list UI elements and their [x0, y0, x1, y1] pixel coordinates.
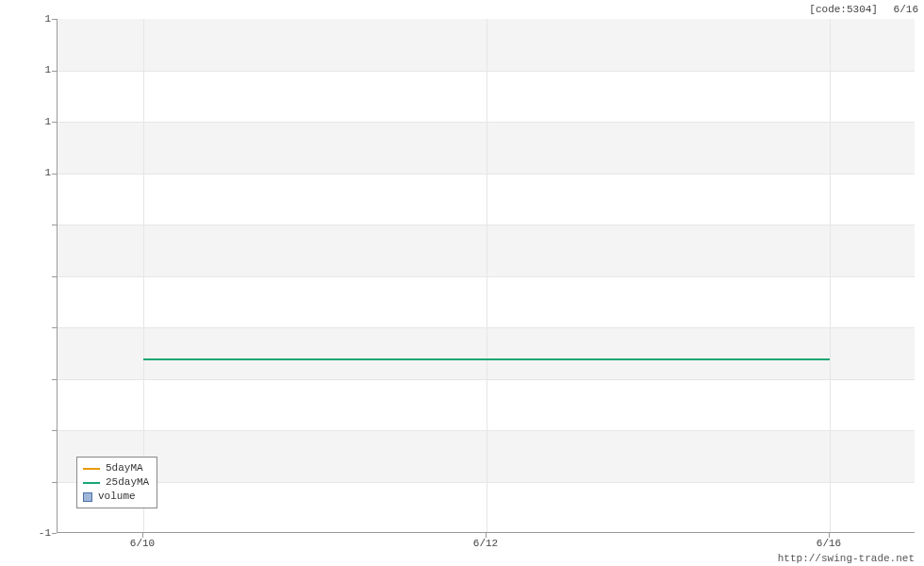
y-tick-mark: [52, 71, 57, 72]
legend-label: 25dayMA: [106, 475, 149, 490]
x-tick-label: 6/12: [473, 538, 498, 549]
y-tick-label: 1: [4, 13, 51, 25]
line-25dayma: [143, 358, 830, 360]
y-tick-mark: [52, 122, 57, 123]
legend-swatch-line-icon: [83, 468, 100, 470]
x-tick-mark: [142, 533, 143, 538]
y-tick-mark: [52, 482, 57, 483]
y-tick-mark: [52, 430, 57, 431]
y-tick-mark: [52, 276, 57, 277]
y-tick-label: 1: [4, 167, 51, 178]
y-tick-label: 1: [4, 116, 51, 127]
grid-line: [143, 19, 144, 532]
footer-url: http://swing-trade.net: [778, 553, 915, 564]
y-tick-mark: [52, 327, 57, 328]
grid-line: [830, 19, 831, 532]
y-tick-mark: [52, 533, 57, 534]
x-tick-mark: [486, 533, 487, 538]
legend-label: volume: [98, 490, 136, 504]
x-tick-label: 6/10: [130, 538, 155, 549]
y-tick-mark: [52, 19, 57, 20]
y-tick-mark: [52, 225, 57, 225]
grid-line: [487, 19, 487, 532]
chart-container: [code:5304] 6/16 5dayMA: [0, 0, 924, 566]
legend: 5dayMA 25dayMA volume: [76, 457, 157, 508]
x-tick-label: 6/16: [817, 538, 841, 549]
header-date: 6/16: [894, 4, 918, 15]
code-label: [code:5304]: [809, 4, 878, 15]
y-tick-mark: [52, 379, 57, 380]
y-tick-mark: [52, 174, 57, 175]
y-tick-label: 1: [4, 64, 51, 75]
legend-swatch-box-icon: [83, 492, 92, 502]
header-meta: [code:5304] 6/16: [800, 4, 918, 15]
y-tick-label: -1: [4, 527, 51, 539]
legend-item-25dayma: 25dayMA: [83, 475, 149, 490]
legend-label: 5dayMA: [106, 461, 143, 475]
legend-item-5dayma: 5dayMA: [83, 461, 149, 475]
plot-area: 5dayMA 25dayMA volume: [57, 19, 915, 533]
legend-swatch-line-icon: [83, 482, 100, 484]
legend-item-volume: volume: [83, 490, 149, 504]
x-tick-mark: [829, 533, 830, 538]
